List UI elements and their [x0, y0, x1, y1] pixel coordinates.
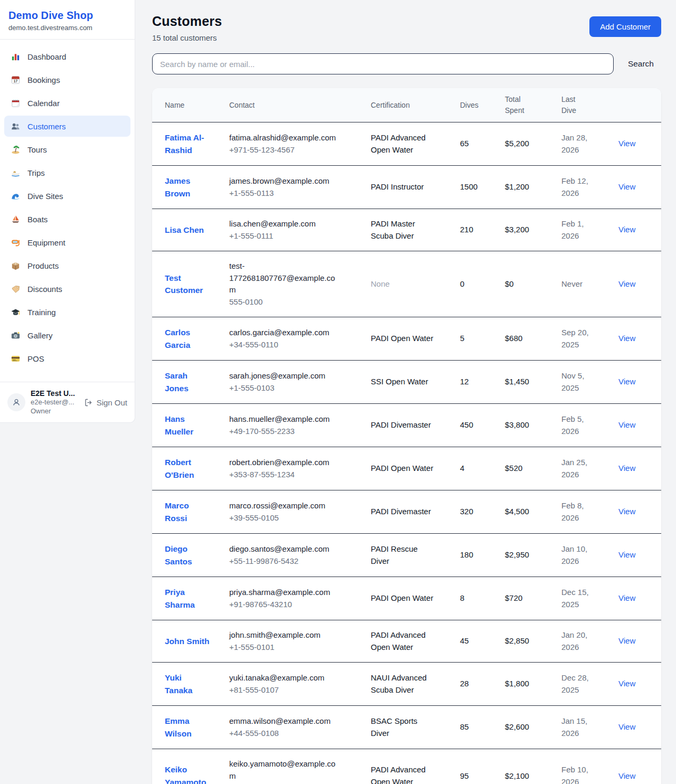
customer-total-spent: $1,800 — [505, 663, 561, 706]
sidebar-item-dashboard[interactable]: Dashboard — [4, 46, 130, 67]
column-header-contact: Contact — [229, 88, 371, 122]
page-header-text: Customers 15 total customers — [152, 14, 222, 42]
customer-dives: 180 — [460, 534, 505, 577]
customer-name-cell: Diego Santos — [152, 534, 229, 577]
customer-last-dive: Feb 10, 2026 — [561, 749, 618, 784]
customer-certification: PADI Advanced Open Water — [371, 122, 460, 166]
customer-email: carlos.garcia@example.com — [229, 327, 339, 339]
sidebar-item-label: Boats — [27, 215, 48, 224]
view-link[interactable]: View — [618, 771, 635, 780]
view-link[interactable]: View — [618, 225, 635, 234]
customer-name-link[interactable]: Robert O'Brien — [165, 458, 194, 479]
customer-certification: PADI Instructor — [371, 166, 460, 209]
view-link[interactable]: View — [618, 550, 635, 559]
sidebar-item-equipment[interactable]: Equipment — [4, 232, 130, 253]
sign-out-button[interactable]: Sign Out — [84, 398, 127, 407]
customer-total-spent: $2,100 — [505, 749, 561, 784]
package-icon — [11, 261, 21, 271]
customer-name-link[interactable]: Priya Sharma — [165, 588, 195, 609]
spiral-calendar-icon — [11, 98, 21, 108]
customer-name-cell: Hans Mueller — [152, 404, 229, 447]
customer-last-dive: Jan 20, 2026 — [561, 620, 618, 663]
customer-view-cell: View — [618, 663, 661, 706]
customer-name-link[interactable]: Test Customer — [165, 273, 203, 295]
customer-certification: SSI Open Water — [371, 361, 460, 404]
customer-name-link[interactable]: Marco Rossi — [165, 501, 189, 523]
sidebar-item-training[interactable]: Training — [4, 301, 130, 323]
sidebar-item-discounts[interactable]: Discounts — [4, 278, 130, 299]
customer-view-cell: View — [618, 404, 661, 447]
customer-total-spent: $680 — [505, 317, 561, 361]
customer-name-link[interactable]: Hans Mueller — [165, 414, 193, 436]
view-link[interactable]: View — [618, 507, 635, 516]
customer-email: lisa.chen@example.com — [229, 218, 339, 230]
customer-name-link[interactable]: Keiko Yamamoto — [165, 765, 206, 784]
search-button[interactable]: Search — [628, 59, 661, 69]
sidebar-item-dive-sites[interactable]: Dive Sites — [4, 185, 130, 206]
customer-contact-cell: yuki.tanaka@example.com+81-555-0107 — [229, 663, 371, 706]
customer-certification: PADI Open Water — [371, 317, 460, 361]
customer-email: robert.obrien@example.com — [229, 457, 339, 469]
view-link[interactable]: View — [618, 636, 635, 645]
brand-domain: demo.test.divestreams.com — [8, 24, 126, 32]
customer-view-cell: View — [618, 251, 661, 317]
view-link[interactable]: View — [618, 377, 635, 386]
customer-name-link[interactable]: Lisa Chen — [165, 225, 204, 234]
table-row: Fatima Al-Rashidfatima.alrashid@example.… — [152, 122, 661, 166]
speedboat-icon — [11, 168, 21, 178]
customer-certification: PADI Rescue Diver — [371, 534, 460, 577]
view-link[interactable]: View — [618, 182, 635, 191]
customer-name-link[interactable]: John Smith — [165, 637, 209, 646]
customer-last-dive: Jan 28, 2026 — [561, 122, 618, 166]
customer-contact-cell: marco.rossi@example.com+39-555-0105 — [229, 490, 371, 534]
view-link[interactable]: View — [618, 139, 635, 148]
customer-certification: PADI Divemaster — [371, 490, 460, 534]
customer-view-cell: View — [618, 534, 661, 577]
sidebar-item-calendar[interactable]: Calendar — [4, 92, 130, 114]
brand-name[interactable]: Demo Dive Shop — [8, 10, 126, 22]
customer-name-link[interactable]: Emma Wilson — [165, 716, 192, 738]
sidebar-item-trips[interactable]: Trips — [4, 162, 130, 183]
sidebar-item-gallery[interactable]: Gallery — [4, 325, 130, 346]
search-input[interactable] — [152, 53, 614, 74]
view-link[interactable]: View — [618, 593, 635, 602]
customer-total-spent: $2,950 — [505, 534, 561, 577]
column-header-actions — [618, 88, 661, 122]
customers-table-card: NameContactCertificationDivesTotal Spent… — [152, 88, 661, 784]
customer-certification: None — [371, 251, 460, 317]
tearoff-calendar-icon: 17 — [11, 75, 21, 85]
view-link[interactable]: View — [618, 722, 635, 731]
customer-phone: +55-11-99876-5432 — [229, 555, 339, 568]
customer-phone: +44-555-0108 — [229, 728, 339, 740]
add-customer-button[interactable]: Add Customer — [589, 16, 661, 37]
table-row: Test Customertest-1772681807767@example.… — [152, 251, 661, 317]
view-link[interactable]: View — [618, 279, 635, 288]
customer-name-link[interactable]: Carlos Garcia — [165, 328, 190, 350]
sidebar-item-tours[interactable]: Tours — [4, 139, 130, 160]
sidebar-item-products[interactable]: Products — [4, 255, 130, 276]
customer-phone: +91-98765-43210 — [229, 599, 339, 611]
view-link[interactable]: View — [618, 679, 635, 688]
sidebar-item-bookings[interactable]: 17Bookings — [4, 69, 130, 90]
view-link[interactable]: View — [618, 420, 635, 429]
sailboat-icon — [11, 214, 21, 224]
customer-name-link[interactable]: Diego Santos — [165, 544, 192, 566]
customer-name-link[interactable]: Yuki Tanaka — [165, 673, 192, 695]
view-link[interactable]: View — [618, 334, 635, 343]
customer-name-cell: Robert O'Brien — [152, 447, 229, 490]
customer-contact-cell: test-1772681807767@example.com555-0100 — [229, 251, 371, 317]
customer-view-cell: View — [618, 209, 661, 251]
customer-name-cell: John Smith — [152, 620, 229, 663]
column-header-total-spent: Total Spent — [505, 88, 561, 122]
sign-out-icon — [84, 398, 93, 407]
customer-name-link[interactable]: Fatima Al-Rashid — [165, 133, 204, 155]
customer-name-link[interactable]: Sarah Jones — [165, 371, 189, 393]
main-content: Customers 15 total customers Add Custome… — [136, 0, 676, 784]
sidebar-item-boats[interactable]: Boats — [4, 209, 130, 230]
customer-name-link[interactable]: James Brown — [165, 176, 190, 198]
customer-total-spent: $4,500 — [505, 490, 561, 534]
customer-total-spent: $1,450 — [505, 361, 561, 404]
view-link[interactable]: View — [618, 464, 635, 473]
sidebar-item-customers[interactable]: Customers — [4, 116, 130, 137]
sidebar-item-pos[interactable]: POS — [4, 348, 130, 369]
